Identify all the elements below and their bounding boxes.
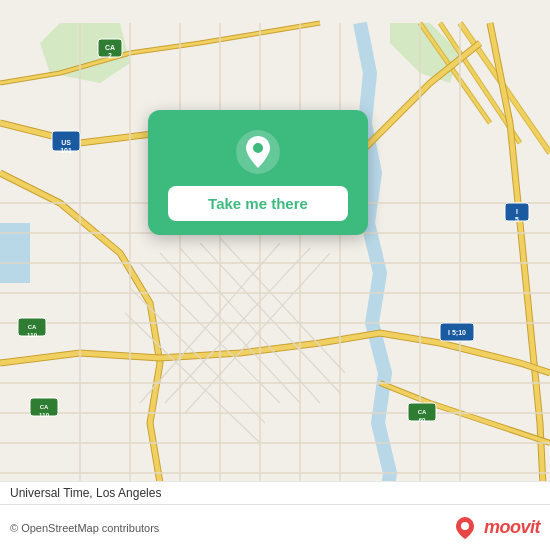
svg-text:60: 60 bbox=[419, 417, 426, 423]
location-label: Universal Time, Los Angeles bbox=[0, 481, 550, 504]
svg-text:101: 101 bbox=[60, 147, 72, 154]
location-text: Universal Time, Los Angeles bbox=[10, 486, 161, 500]
popup-card: Take me there bbox=[148, 110, 368, 235]
moovit-logo: moovit bbox=[451, 514, 540, 542]
svg-rect-0 bbox=[0, 23, 550, 527]
moovit-pin-icon bbox=[451, 514, 479, 542]
svg-text:110: 110 bbox=[39, 412, 50, 418]
svg-point-69 bbox=[253, 143, 263, 153]
svg-text:CA: CA bbox=[28, 324, 37, 330]
svg-text:2: 2 bbox=[108, 52, 112, 59]
bottom-bar: © OpenStreetMap contributors moovit bbox=[0, 504, 550, 550]
map-container: US 101 CA 2 CA 110 CA 110 I 5 I 5;10 I 1… bbox=[0, 0, 550, 550]
svg-point-70 bbox=[461, 522, 469, 530]
svg-text:110: 110 bbox=[27, 332, 38, 338]
take-me-there-button[interactable]: Take me there bbox=[168, 186, 348, 221]
map-background: US 101 CA 2 CA 110 CA 110 I 5 I 5;10 I 1… bbox=[0, 0, 550, 550]
svg-text:CA: CA bbox=[105, 44, 115, 51]
svg-text:CA: CA bbox=[418, 409, 427, 415]
svg-text:US: US bbox=[61, 139, 71, 146]
svg-text:CA: CA bbox=[40, 404, 49, 410]
svg-text:I 5;10: I 5;10 bbox=[448, 329, 466, 337]
moovit-wordmark: moovit bbox=[484, 517, 540, 538]
copyright-text: © OpenStreetMap contributors bbox=[10, 522, 159, 534]
svg-rect-3 bbox=[0, 223, 30, 283]
svg-text:I: I bbox=[516, 208, 518, 215]
svg-text:5: 5 bbox=[515, 216, 519, 223]
map-pin-icon bbox=[234, 128, 282, 176]
